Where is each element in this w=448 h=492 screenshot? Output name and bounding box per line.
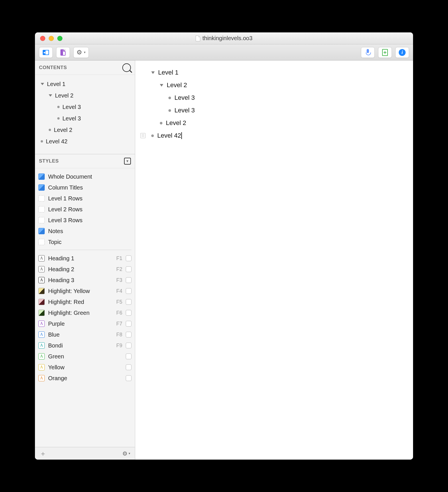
outline-row-text[interactable]: Level 42	[157, 132, 181, 139]
contents-item-label: Level 2	[55, 92, 74, 99]
style-row[interactable]: Highlight: RedF5	[38, 296, 131, 307]
action-menu-button[interactable]: ⚙ ▾	[73, 47, 89, 58]
document-view-button[interactable]	[56, 47, 70, 58]
style-checkbox[interactable]	[126, 266, 131, 272]
contents-header: CONTENTS	[35, 60, 135, 75]
titlebar: thinkinginlevels.oo3	[35, 32, 413, 44]
sidebar-footer: ＋ ⚙ ▾	[35, 447, 135, 460]
style-row[interactable]: AGreen	[38, 351, 131, 362]
style-row[interactable]: AHeading 2F2	[38, 264, 131, 275]
style-label: Heading 2	[48, 266, 113, 273]
outline-row-text[interactable]: Level 3	[174, 94, 195, 101]
outline-row-text[interactable]: Level 1	[158, 69, 178, 76]
style-label: Purple	[48, 321, 113, 327]
outline-row-text[interactable]: Level 2	[166, 119, 186, 127]
contents-item[interactable]: Level 3	[37, 113, 133, 124]
contents-item[interactable]: Level 3	[37, 101, 133, 113]
style-row[interactable]: Level 3 Rows	[38, 215, 131, 226]
outline-row[interactable]: Level 3	[139, 91, 410, 104]
style-shortcut: F5	[116, 299, 122, 305]
close-window-button[interactable]	[40, 36, 45, 41]
document-icon	[196, 36, 200, 41]
style-label: Highlight: Yellow	[48, 288, 113, 294]
style-shortcut: F1	[116, 255, 122, 261]
styles-menu-button[interactable]: ▼	[124, 158, 131, 165]
style-label: Yellow	[48, 364, 119, 371]
style-shortcut: F3	[116, 277, 122, 283]
outline-row[interactable]: Level 42	[139, 129, 410, 142]
divider	[38, 250, 131, 250]
style-checkbox[interactable]	[126, 288, 131, 294]
note-icon[interactable]	[140, 133, 146, 138]
contents-item[interactable]: Level 2	[37, 90, 133, 101]
style-label: Highlight: Red	[48, 299, 113, 305]
style-row[interactable]: Highlight: GreenF6	[38, 307, 131, 318]
style-checkbox[interactable]	[126, 332, 131, 337]
window-title: thinkinginlevels.oo3	[203, 35, 253, 42]
style-checkbox[interactable]	[126, 310, 131, 316]
info-icon: i	[399, 49, 406, 56]
style-swatch-icon	[38, 310, 45, 316]
style-row[interactable]: Notes	[38, 226, 131, 237]
disclosure-arrow-icon[interactable]	[160, 84, 163, 87]
style-checkbox[interactable]	[126, 364, 131, 370]
contents-tree: Level 1Level 2Level 3Level 3Level 2Level…	[35, 75, 135, 154]
style-row[interactable]: AYellow	[38, 362, 131, 373]
style-row[interactable]: AHeading 1F1	[38, 253, 131, 264]
outline-row[interactable]: Level 2	[139, 117, 410, 129]
contents-item[interactable]: Level 42	[37, 136, 133, 147]
window-controls	[35, 36, 62, 41]
outline-area[interactable]: Level 1Level 2Level 3Level 3Level 2Level…	[135, 60, 413, 460]
record-audio-button[interactable]	[361, 47, 375, 58]
style-shortcut: F8	[116, 332, 122, 338]
style-checkbox[interactable]	[126, 375, 131, 381]
contents-item[interactable]: Level 2	[37, 124, 133, 136]
style-row[interactable]: Level 2 Rows	[38, 204, 131, 215]
styles-list: Whole DocumentColumn TitlesLevel 1 RowsL…	[35, 168, 135, 447]
style-row[interactable]: Whole Document	[38, 171, 131, 182]
style-row[interactable]: Topic	[38, 237, 131, 247]
style-checkbox[interactable]	[126, 277, 131, 283]
inspector-button[interactable]: i	[395, 47, 409, 58]
style-checkbox[interactable]	[126, 299, 131, 305]
contents-item-label: Level 3	[62, 104, 81, 110]
style-shortcut: F7	[116, 321, 122, 327]
style-label: Whole Document	[48, 173, 131, 180]
style-row[interactable]: ABondiF9	[38, 340, 131, 351]
contents-item-label: Level 1	[47, 81, 66, 87]
style-row[interactable]: AHeading 3F3	[38, 275, 131, 286]
outline-row-text[interactable]: Level 2	[167, 81, 187, 89]
style-swatch-icon: A	[38, 277, 45, 283]
style-label: Green	[48, 353, 119, 360]
contents-item[interactable]: Level 1	[37, 78, 133, 90]
outline-row[interactable]: Level 3	[139, 104, 410, 117]
style-label: Blue	[48, 331, 113, 338]
style-options-button[interactable]: ⚙ ▾	[122, 450, 130, 457]
style-checkbox[interactable]	[126, 343, 131, 348]
style-shortcut: F2	[116, 266, 122, 272]
minimize-window-button[interactable]	[49, 36, 54, 41]
outline-row-text[interactable]: Level 3	[174, 107, 195, 114]
bullet-icon	[151, 134, 154, 137]
search-button[interactable]	[122, 63, 131, 72]
style-row[interactable]: ABlueF8	[38, 329, 131, 340]
style-swatch-icon: A	[38, 364, 45, 370]
style-checkbox[interactable]	[126, 354, 131, 359]
bullet-icon	[49, 129, 51, 131]
style-row[interactable]: Column Titles	[38, 182, 131, 193]
disclosure-arrow-icon[interactable]	[151, 71, 155, 74]
style-row[interactable]: AOrange	[38, 373, 131, 384]
toggle-sidebar-button[interactable]	[39, 47, 53, 58]
add-column-button[interactable]	[378, 47, 392, 58]
style-checkbox[interactable]	[126, 321, 131, 327]
outline-row[interactable]: Level 1	[139, 66, 410, 79]
style-row[interactable]: Level 1 Rows	[38, 193, 131, 204]
add-style-button[interactable]: ＋	[40, 449, 46, 458]
style-row[interactable]: Highlight: YellowF4	[38, 286, 131, 296]
zoom-window-button[interactable]	[57, 36, 62, 41]
outline-row[interactable]: Level 2	[139, 79, 410, 91]
disclosure-arrow-icon	[49, 94, 52, 97]
style-row[interactable]: APurpleF7	[38, 318, 131, 329]
style-checkbox[interactable]	[126, 255, 131, 261]
chevron-down-icon: ▾	[84, 50, 86, 54]
